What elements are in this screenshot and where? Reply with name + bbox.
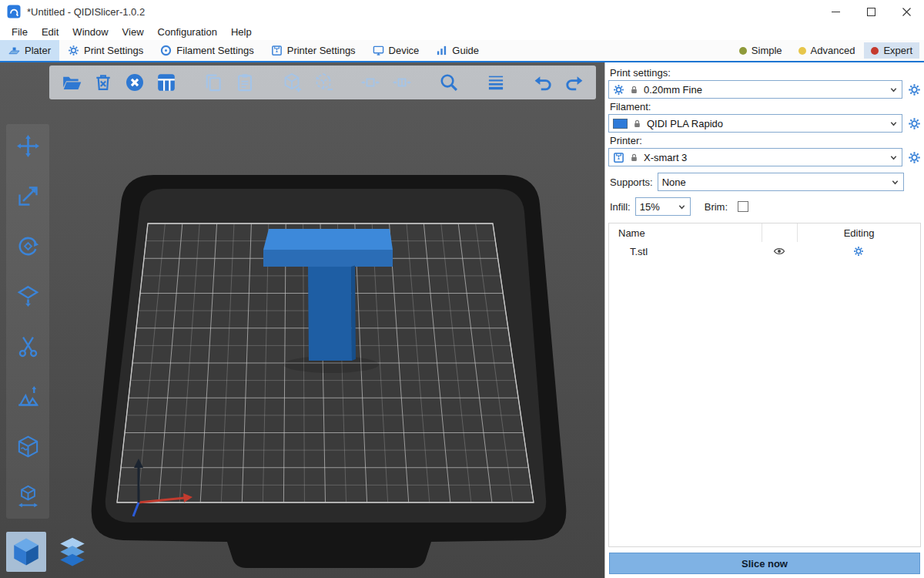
seam-tool-button[interactable] xyxy=(9,429,46,464)
tab-label: Plater xyxy=(25,45,51,56)
paint-supports-tool-button[interactable] xyxy=(9,379,46,414)
print-settings-label: Print settings: xyxy=(610,67,919,79)
mode-simple[interactable]: Simple xyxy=(732,42,789,59)
mode-switcher: Simple Advanced Expert xyxy=(732,40,924,61)
undo-button[interactable] xyxy=(527,68,558,97)
maximize-button[interactable] xyxy=(853,0,889,23)
tab-plater[interactable]: Plater xyxy=(0,40,59,61)
view-switcher xyxy=(6,532,92,572)
tab-label: Printer Settings xyxy=(287,45,356,56)
title-bar[interactable]: *Untitled - QIDISlicer-1.0.2 xyxy=(0,0,924,23)
chevron-down-icon xyxy=(889,86,898,94)
supports-combo[interactable]: None xyxy=(658,173,904,191)
menu-view[interactable]: View xyxy=(116,25,151,39)
split-parts-button[interactable] xyxy=(386,68,417,97)
filament-label: Filament: xyxy=(610,101,919,113)
layer-height-icon xyxy=(486,72,506,92)
move-tool-button[interactable] xyxy=(9,129,46,163)
column-header-editing[interactable]: Editing xyxy=(797,223,920,242)
split-objects-icon xyxy=(360,72,380,92)
menu-help[interactable]: Help xyxy=(224,25,259,39)
split-objects-button[interactable] xyxy=(354,68,386,97)
menu-edit[interactable]: Edit xyxy=(35,25,65,39)
variable-layer-height-button[interactable] xyxy=(480,68,511,97)
tab-device[interactable]: Device xyxy=(364,40,428,61)
edit-settings-icon[interactable] xyxy=(853,246,864,257)
filament-combo[interactable]: QIDI PLA Rapido xyxy=(608,114,902,133)
copy-button[interactable] xyxy=(197,68,229,97)
object-row-t-stl[interactable]: T.stl xyxy=(609,242,920,260)
search-button[interactable] xyxy=(433,68,464,97)
slice-now-button[interactable]: Slice now xyxy=(609,553,920,574)
arrange-grid-icon xyxy=(156,72,176,92)
plater-toolbar xyxy=(49,66,596,99)
plater-icon xyxy=(8,45,20,56)
preview-view-button[interactable] xyxy=(52,532,92,572)
place-on-face-icon xyxy=(16,284,40,308)
qidislicer-window: *Untitled - QIDISlicer-1.0.2 File Edit W… xyxy=(0,0,924,578)
delete-all-button[interactable] xyxy=(119,68,150,97)
open-file-button[interactable] xyxy=(55,68,87,97)
arrange-button[interactable] xyxy=(150,68,182,97)
tab-label: Guide xyxy=(452,45,479,56)
chevron-down-icon xyxy=(889,119,898,128)
tab-printer-settings[interactable]: Printer Settings xyxy=(263,40,364,61)
column-header-visibility[interactable] xyxy=(762,223,797,242)
printer-gear-button[interactable] xyxy=(908,151,921,164)
menu-file[interactable]: File xyxy=(5,25,35,39)
paste-button[interactable] xyxy=(229,68,260,97)
mode-advanced[interactable]: Advanced xyxy=(792,42,862,59)
place-on-face-tool-button[interactable] xyxy=(9,279,46,314)
lock-icon xyxy=(629,153,639,163)
viewport-3d-scene[interactable] xyxy=(0,62,604,578)
tab-label: Print Settings xyxy=(84,45,143,56)
tab-print-settings[interactable]: Print Settings xyxy=(59,40,152,61)
minimize-button[interactable] xyxy=(818,0,853,23)
print-settings-combo[interactable]: 0.20mm Fine xyxy=(608,80,902,99)
infill-combo[interactable]: 15% xyxy=(635,197,691,216)
eye-icon[interactable] xyxy=(773,245,785,257)
delete-button[interactable] xyxy=(87,68,119,97)
remove-instance-button[interactable] xyxy=(307,68,339,97)
menu-window[interactable]: Window xyxy=(65,25,115,39)
tab-filament-settings[interactable]: Filament Settings xyxy=(152,40,262,61)
measure-tool-button[interactable] xyxy=(9,479,46,514)
advanced-mode-dot xyxy=(798,47,806,55)
filament-color-swatch xyxy=(613,119,628,129)
editor-view-button[interactable] xyxy=(6,532,46,572)
printer-combo[interactable]: X-smart 3 xyxy=(608,148,902,166)
scissors-icon xyxy=(16,334,40,358)
cut-tool-button[interactable] xyxy=(9,329,46,364)
seam-painting-icon xyxy=(16,435,40,459)
settings-panel: Print settings: 0.20mm Fine Filament: QI… xyxy=(604,62,924,578)
close-icon xyxy=(902,7,912,17)
lock-icon xyxy=(632,119,642,129)
print-settings-gear-button[interactable] xyxy=(908,83,921,96)
filament-spool-icon xyxy=(160,45,172,56)
menu-bar: File Edit Window View Configuration Help xyxy=(0,23,924,40)
add-instance-button[interactable] xyxy=(276,68,307,97)
column-header-name[interactable]: Name xyxy=(609,223,762,242)
filament-value: QIDI PLA Rapido xyxy=(647,118,723,129)
split-parts-icon xyxy=(392,72,412,92)
object-list: Name Editing T.stl xyxy=(608,223,921,547)
close-button[interactable] xyxy=(889,0,924,23)
supports-value: None xyxy=(662,176,686,188)
mode-label: Simple xyxy=(752,45,782,56)
chevron-down-icon xyxy=(889,153,898,162)
redo-button[interactable] xyxy=(558,68,590,97)
print-settings-icon xyxy=(68,45,79,56)
tab-guide[interactable]: Guide xyxy=(427,40,487,61)
cube-3d-icon xyxy=(10,536,42,568)
mode-expert[interactable]: Expert xyxy=(864,42,919,59)
plater-viewport xyxy=(0,62,604,578)
remove-instance-icon xyxy=(313,72,333,92)
rotate-icon xyxy=(16,234,40,258)
brim-checkbox[interactable] xyxy=(738,201,748,212)
scale-tool-button[interactable] xyxy=(9,179,46,213)
device-monitor-icon xyxy=(373,45,384,56)
menu-configuration[interactable]: Configuration xyxy=(151,25,224,39)
rotate-tool-button[interactable] xyxy=(9,229,46,264)
filament-gear-button[interactable] xyxy=(908,117,921,130)
redo-icon xyxy=(564,72,584,92)
